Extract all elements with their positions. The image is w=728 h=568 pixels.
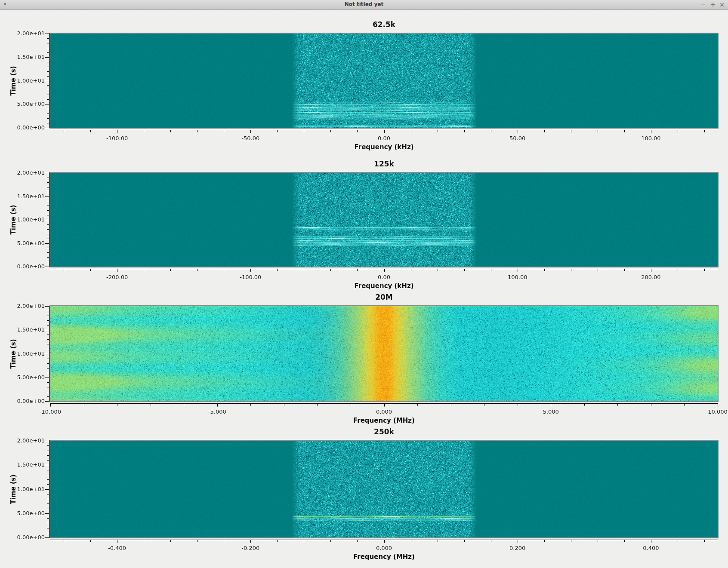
- x-tick-label: -200.00: [96, 274, 139, 280]
- y-tick-label: 2.00e+01: [16, 30, 45, 37]
- x-tick-label: -100.00: [96, 135, 139, 141]
- x-tick-label: 0.00: [363, 274, 406, 280]
- panel-title: 125k: [50, 160, 718, 168]
- x-tick-label: -0.400: [96, 545, 139, 551]
- waterfall-plot[interactable]: [50, 173, 718, 267]
- panel-title: 62.5k: [50, 20, 718, 29]
- x-tick-label: -10.000: [29, 408, 72, 415]
- y-tick-label: 0.00e+00: [16, 124, 45, 131]
- x-tick-label: 10.000: [696, 408, 728, 415]
- y-tick-label: 2.00e+01: [16, 169, 45, 176]
- y-tick-label: 5.00e+00: [16, 240, 45, 246]
- y-tick-label: 2.00e+01: [16, 437, 45, 444]
- y-tick-label: 0.00e+00: [16, 398, 45, 404]
- x-tick-label: 50.00: [496, 135, 539, 141]
- waterfall-plot[interactable]: [50, 306, 718, 401]
- y-tick-label: 1.50e+01: [16, 326, 45, 333]
- x-axis-label: Frequency (MHz): [50, 553, 718, 561]
- y-tick-label: 1.50e+01: [16, 461, 45, 468]
- y-tick-label: 1.00e+01: [16, 216, 45, 223]
- x-tick-label: 100.00: [629, 135, 672, 141]
- y-tick-label: 2.00e+01: [16, 303, 45, 309]
- y-tick-label: 0.00e+00: [16, 263, 45, 270]
- x-axis-label: Frequency (kHz): [50, 282, 718, 290]
- app-window: ▾ Not titled yet − + × 62.5k Time (s) 2.…: [0, 0, 728, 568]
- panel-title: 250k: [50, 427, 718, 436]
- y-tick-label: 5.00e+00: [16, 510, 45, 516]
- waterfall-plot[interactable]: [50, 34, 718, 128]
- x-tick-label: 0.400: [629, 545, 672, 551]
- y-tick-label: 1.00e+01: [16, 486, 45, 492]
- x-tick-label: 0.000: [363, 408, 406, 415]
- x-tick-label: 0.000: [363, 545, 406, 551]
- y-tick-label: 5.00e+00: [16, 101, 45, 107]
- y-tick-label: 5.00e+00: [16, 374, 45, 381]
- y-tick-label: 0.00e+00: [16, 534, 45, 540]
- x-tick-label: -5.000: [196, 408, 239, 415]
- x-axis-label: Frequency (kHz): [50, 143, 718, 151]
- x-tick-label: -100.00: [229, 274, 272, 280]
- y-tick-label: 1.00e+01: [16, 77, 45, 84]
- x-tick-label: -0.200: [229, 545, 272, 551]
- panel-title: 20M: [50, 293, 718, 301]
- x-tick-label: 100.00: [496, 274, 539, 280]
- x-tick-label: 200.00: [629, 274, 672, 280]
- x-tick-label: 0.00: [363, 135, 406, 141]
- x-tick-label: 5.000: [529, 408, 572, 415]
- y-tick-label: 1.50e+01: [16, 54, 45, 60]
- y-tick-label: 1.00e+01: [16, 350, 45, 357]
- x-axis-label: Frequency (MHz): [50, 417, 718, 424]
- x-tick-label: -50.00: [229, 135, 272, 141]
- y-tick-label: 1.50e+01: [16, 193, 45, 200]
- x-tick-label: 0.200: [496, 545, 539, 551]
- waterfall-plot[interactable]: [50, 441, 718, 537]
